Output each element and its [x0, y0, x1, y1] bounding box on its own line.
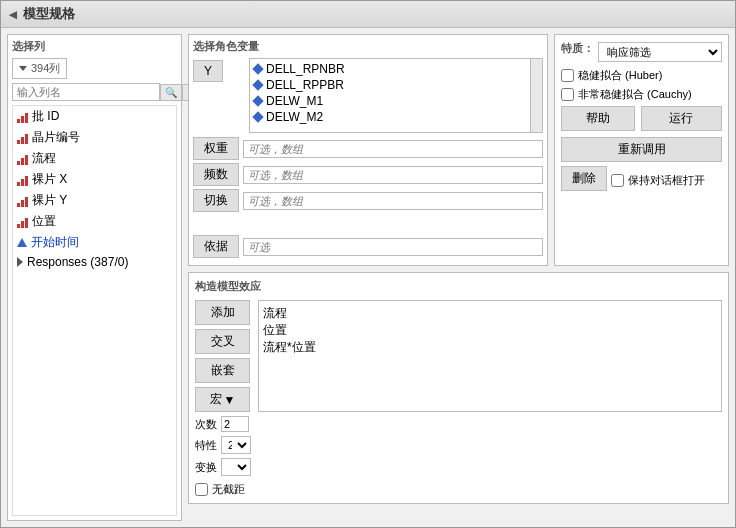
help-button[interactable]: 帮助 — [561, 106, 635, 131]
responses-item[interactable]: Responses (387/0) — [13, 253, 176, 271]
list-item[interactable]: 裸片 X — [13, 169, 176, 190]
diamond-icon — [252, 111, 263, 122]
col-label: 晶片编号 — [32, 129, 80, 146]
effect-item[interactable]: 流程 — [263, 305, 717, 322]
left-panel: 选择列 394列 🔍 ▼ 批 ID — [7, 34, 182, 521]
triangle-icon — [17, 238, 27, 247]
cauchy-checkbox[interactable] — [561, 88, 574, 101]
role-panel: 选择角色变量 Y DELL_RPNBR — [188, 34, 548, 266]
trait-row: 特性 2 — [195, 436, 722, 454]
freq-row: 频数 — [193, 163, 543, 186]
macro-label: 宏 — [210, 391, 222, 408]
degree-row: 次数 — [195, 416, 722, 432]
effects-title: 构造模型效应 — [195, 279, 722, 294]
list-item[interactable]: 流程 — [13, 148, 176, 169]
col-label: 开始时间 — [31, 234, 79, 251]
switch-input[interactable] — [243, 192, 543, 210]
basis-input[interactable] — [243, 238, 543, 256]
freq-input[interactable] — [243, 166, 543, 184]
effects-layout: 添加 交叉 嵌套 宏 ▼ 流程 位置 流程*位置 — [195, 300, 722, 412]
degree-label: 次数 — [195, 417, 217, 432]
scrollbar[interactable] — [530, 59, 542, 132]
weight-row: 权重 — [193, 137, 543, 160]
bars-icon — [17, 174, 28, 186]
weight-button[interactable]: 权重 — [193, 137, 239, 160]
props-select[interactable]: 响应筛选 — [598, 42, 722, 62]
search-button[interactable]: 🔍 — [160, 84, 182, 101]
role-item-label: DELW_M2 — [266, 110, 323, 124]
huber-row: 稳健拟合 (Huber) — [561, 68, 722, 83]
bars-icon — [17, 153, 28, 165]
role-item[interactable]: DELL_RPPBR — [252, 77, 540, 93]
nest-button[interactable]: 嵌套 — [195, 358, 250, 383]
cross-button[interactable]: 交叉 — [195, 329, 250, 354]
switch-row: 切换 — [193, 189, 543, 212]
bars-icon — [17, 132, 28, 144]
role-item[interactable]: DELL_RPNBR — [252, 61, 540, 77]
role-item[interactable]: DELW_M1 — [252, 93, 540, 109]
bars-icon — [17, 195, 28, 207]
window-title: 模型规格 — [23, 5, 75, 23]
effect-item[interactable]: 流程*位置 — [263, 339, 717, 356]
list-item[interactable]: 位置 — [13, 211, 176, 232]
weight-input[interactable] — [243, 140, 543, 158]
macro-arrow-icon: ▼ — [224, 393, 236, 407]
delete-row: 删除 — [561, 166, 607, 191]
column-count[interactable]: 394列 — [12, 58, 67, 79]
keep-dialog-label: 保持对话框打开 — [628, 173, 705, 188]
bars-icon — [17, 111, 28, 123]
list-item[interactable]: 晶片编号 — [13, 127, 176, 148]
add-button[interactable]: 添加 — [195, 300, 250, 325]
effects-buttons: 添加 交叉 嵌套 宏 ▼ — [195, 300, 250, 412]
freq-button[interactable]: 频数 — [193, 163, 239, 186]
trait-select[interactable]: 2 — [221, 436, 251, 454]
delete-button[interactable]: 删除 — [561, 166, 607, 191]
keep-dialog-checkbox[interactable] — [611, 174, 624, 187]
collapse-icon[interactable]: ◀ — [9, 9, 17, 20]
basis-row: 依据 — [193, 235, 543, 258]
effects-panel: 构造模型效应 添加 交叉 嵌套 宏 ▼ 流程 位置 流程*位置 — [188, 272, 729, 504]
list-item[interactable]: 开始时间 — [13, 232, 176, 253]
huber-checkbox[interactable] — [561, 69, 574, 82]
macro-button[interactable]: 宏 ▼ — [195, 387, 250, 412]
effect-item[interactable]: 位置 — [263, 322, 717, 339]
top-right: 选择角色变量 Y DELL_RPNBR — [188, 34, 729, 266]
col-label: 裸片 Y — [32, 192, 67, 209]
responses-label: Responses (387/0) — [27, 255, 128, 269]
transform-select[interactable] — [221, 458, 251, 476]
triangle-down-icon — [19, 66, 27, 71]
col-label: 批 ID — [32, 108, 59, 125]
column-list: 批 ID 晶片编号 流程 — [12, 105, 177, 516]
help-run-row: 帮助 运行 — [561, 106, 722, 131]
y-button[interactable]: Y — [193, 60, 223, 82]
switch-button[interactable]: 切换 — [193, 189, 239, 212]
redial-row: 重新调用 — [561, 137, 722, 162]
list-item[interactable]: 批 ID — [13, 106, 176, 127]
cauchy-row: 非常稳健拟合 (Cauchy) — [561, 87, 722, 102]
huber-label: 稳健拟合 (Huber) — [578, 68, 662, 83]
col-label: 位置 — [32, 213, 56, 230]
role-item-label: DELW_M1 — [266, 94, 323, 108]
diamond-icon — [252, 95, 263, 106]
basis-button[interactable]: 依据 — [193, 235, 239, 258]
col-label: 流程 — [32, 150, 56, 167]
role-y-list: DELL_RPNBR DELL_RPPBR DELW_M1 — [249, 58, 543, 133]
no-cutoff-checkbox[interactable] — [195, 483, 208, 496]
right-panel: 选择角色变量 Y DELL_RPNBR — [188, 34, 729, 521]
keep-dialog-row: 保持对话框打开 — [611, 173, 705, 188]
no-cutoff-row: 无截距 — [195, 482, 722, 497]
list-item[interactable]: 裸片 Y — [13, 190, 176, 211]
content-area: 选择列 394列 🔍 ▼ 批 ID — [1, 28, 735, 527]
count-label: 394列 — [31, 61, 60, 76]
run-button[interactable]: 运行 — [641, 106, 723, 131]
search-input[interactable] — [12, 83, 160, 101]
diamond-icon — [252, 63, 263, 74]
cauchy-label: 非常稳健拟合 (Cauchy) — [578, 87, 692, 102]
degree-input[interactable] — [221, 416, 249, 432]
no-cutoff-label: 无截距 — [212, 482, 245, 497]
redial-button[interactable]: 重新调用 — [561, 137, 722, 162]
role-item[interactable]: DELW_M2 — [252, 109, 540, 125]
role-item-label: DELL_RPNBR — [266, 62, 345, 76]
left-panel-label: 选择列 — [12, 39, 177, 54]
titlebar: ◀ 模型规格 — [1, 1, 735, 28]
